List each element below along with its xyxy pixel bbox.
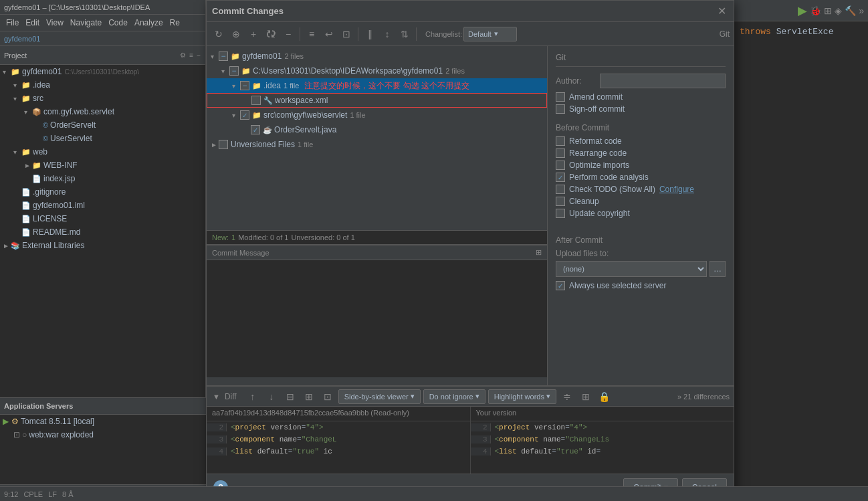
toolbar-sort-btn[interactable]: ‖: [362, 26, 378, 42]
tree-item-extlibs[interactable]: ► 📚 External Libraries: [0, 239, 205, 252]
menu-edit[interactable]: Edit: [22, 17, 43, 29]
commit-message-input[interactable]: [207, 260, 547, 377]
commit-tree-orderservelt[interactable]: ☕ OrderServelt.java: [207, 122, 547, 137]
toolbar-plus-btn[interactable]: +: [245, 26, 261, 42]
tree-item-license[interactable]: 📄 LICENSE: [0, 212, 205, 225]
toolbar-minus-btn[interactable]: −: [280, 26, 296, 42]
commit-message-expand-icon[interactable]: ⊞: [536, 248, 542, 257]
diff-expand-btn[interactable]: ⊞: [301, 389, 317, 405]
more-button[interactable]: »: [859, 5, 864, 16]
reformat-checkbox[interactable]: [556, 136, 565, 146]
build-button[interactable]: 🔨: [845, 5, 856, 16]
diff-prev-btn[interactable]: ↑: [245, 389, 261, 405]
optimize-checkbox[interactable]: [556, 161, 565, 170]
collapse-icon[interactable]: −: [196, 51, 201, 60]
sync-icon[interactable]: ⚙: [179, 51, 187, 60]
diff-next-btn[interactable]: ↓: [263, 389, 280, 405]
toolbar-undo-btn[interactable]: ↩: [321, 26, 337, 42]
path-checkbox[interactable]: [229, 66, 239, 76]
tree-item-label-extlibs: External Libraries: [22, 241, 84, 250]
commit-tree-src[interactable]: ▾ 📁 src\com\gyf\web\servlet 1 file: [207, 108, 547, 122]
commit-tree-unversioned[interactable]: ► Unversioned Files 1 file: [207, 137, 547, 152]
tree-item-iml[interactable]: 📄 gyfdemo01.iml: [0, 199, 205, 212]
commit-tree-root[interactable]: ▾ 📁 gyfdemo01 2 files: [207, 49, 547, 64]
changelist-dropdown[interactable]: Default ▾: [463, 27, 517, 41]
dialog-close-button[interactable]: ✕: [715, 5, 728, 18]
src-checkbox[interactable]: [240, 110, 249, 120]
root-checkbox[interactable]: [219, 52, 228, 61]
tree-arrow-package: ▾: [24, 108, 32, 116]
tree-item-webinf[interactable]: ► 📁 WEB-INF: [0, 159, 205, 172]
tree-arrow-idea: ▾: [13, 82, 21, 89]
tree-item-package[interactable]: ▾ 📦 com.gyf.web.servlet: [0, 105, 205, 118]
folder-icon-webinf: 📁: [32, 161, 41, 170]
check-todo-checkbox[interactable]: [556, 185, 565, 194]
author-input[interactable]: [600, 74, 726, 88]
browse-button[interactable]: …: [710, 261, 726, 277]
order-checkbox[interactable]: [251, 125, 260, 134]
workspace-checkbox[interactable]: [251, 96, 261, 105]
commit-tree-workspace[interactable]: 🔧 workspace.xml: [207, 93, 547, 108]
toolbar-arrange-btn[interactable]: ⇅: [397, 26, 413, 42]
side-by-side-dropdown[interactable]: Side-by-side viewer ▾: [338, 389, 421, 404]
debug-button[interactable]: 🐞: [810, 5, 821, 16]
always-use-server-row: Always use selected server: [556, 281, 726, 290]
tree-item-orderservelt[interactable]: © OrderServelt: [0, 118, 205, 132]
after-commit-title: After Commit: [556, 235, 726, 245]
toolbar-refresh-btn[interactable]: ↻: [211, 26, 227, 42]
upload-label: Upload files to:: [556, 249, 726, 258]
ide-right-toolbar: ▶ 🐞 ⊞ ◈ 🔨 »: [734, 0, 868, 21]
menu-re[interactable]: Re: [167, 17, 183, 29]
tree-item-readme[interactable]: 📄 README.md: [0, 225, 205, 239]
ignore-dropdown[interactable]: Do not ignore ▾: [423, 389, 485, 404]
war-item[interactable]: ⊡ ○ web:war exploded: [0, 428, 206, 441]
diff-lock-btn[interactable]: 🔒: [596, 389, 613, 405]
tree-item-userservlet[interactable]: © UserServlet: [0, 132, 205, 145]
idea-checkbox[interactable]: [240, 81, 249, 90]
ide-menu-bar[interactable]: File Edit View Navigate Code Analyze Re: [0, 15, 205, 31]
commit-tree-path[interactable]: ▾ 📁 C:\Users\10301\Desktop\IDEAWorkspace…: [207, 64, 547, 78]
file-icon-gitignore: 📄: [21, 188, 31, 197]
signoff-checkbox[interactable]: [556, 104, 565, 114]
diff-jump-btn[interactable]: ⊟: [282, 389, 298, 405]
cleanup-checkbox[interactable]: [556, 197, 565, 206]
tree-item-idea[interactable]: ▾ 📁 .idea: [0, 78, 205, 92]
code-analysis-checkbox[interactable]: [556, 173, 565, 182]
toolbar-order-btn[interactable]: ↕: [379, 26, 395, 42]
toolbar-menu-btn[interactable]: ≡: [304, 26, 320, 42]
settings-icon[interactable]: ≡: [189, 51, 194, 60]
toolbar-add-btn[interactable]: ⊕: [228, 26, 244, 42]
tree-item-gitignore[interactable]: 📄 .gitignore: [0, 185, 205, 199]
menu-code[interactable]: Code: [105, 17, 131, 29]
commit-tree-idea[interactable]: ▾ 📁 .idea 1 file 注意提交的时候，这个不要 勾选 这个不用提交: [207, 78, 547, 93]
diff-grid-btn[interactable]: ⊞: [578, 389, 594, 405]
toolbar-move-btn[interactable]: 🗘: [263, 26, 279, 42]
highlight-dropdown[interactable]: Highlight words ▾: [488, 389, 556, 404]
tree-item-src[interactable]: ▾ 📁 src: [0, 92, 205, 105]
amend-checkbox[interactable]: [556, 92, 565, 102]
tree-item-root[interactable]: ▾ 📁 gyfdemo01 C:\Users\10301\Desktop\: [0, 65, 205, 78]
upload-select[interactable]: (none): [556, 261, 707, 277]
menu-analyze[interactable]: Analyze: [131, 17, 167, 29]
always-use-server-checkbox[interactable]: [556, 281, 565, 290]
diff-settings-btn[interactable]: ≑: [559, 389, 575, 405]
app-servers-title: Application Servers: [0, 398, 206, 415]
tree-item-web[interactable]: ▾ 📁 web: [0, 145, 205, 159]
menu-view[interactable]: View: [43, 17, 67, 29]
menu-file[interactable]: File: [3, 17, 22, 29]
toolbar-expand-btn[interactable]: ⊡: [338, 26, 354, 42]
update-copyright-checkbox[interactable]: [556, 209, 565, 218]
profile-button[interactable]: ◈: [835, 5, 842, 16]
coverage-button[interactable]: ⊞: [824, 5, 832, 16]
tree-item-indexjsp[interactable]: 📄 index.jsp: [0, 172, 205, 185]
configure-link[interactable]: Configure: [659, 185, 694, 194]
rearrange-checkbox[interactable]: [556, 148, 565, 158]
unversioned-checkbox[interactable]: [219, 140, 228, 149]
run-button[interactable]: ▶: [798, 3, 807, 18]
git-tab[interactable]: Git: [556, 53, 726, 67]
tree-arrow-extlibs: ►: [3, 242, 11, 249]
diff-copy-btn[interactable]: ⊡: [320, 389, 336, 405]
tomcat-item[interactable]: ▶ ⚙ Tomcat 8.5.11 [local]: [0, 415, 206, 428]
menu-navigate[interactable]: Navigate: [67, 17, 105, 29]
diff-toggle[interactable]: ▼: [211, 392, 222, 401]
